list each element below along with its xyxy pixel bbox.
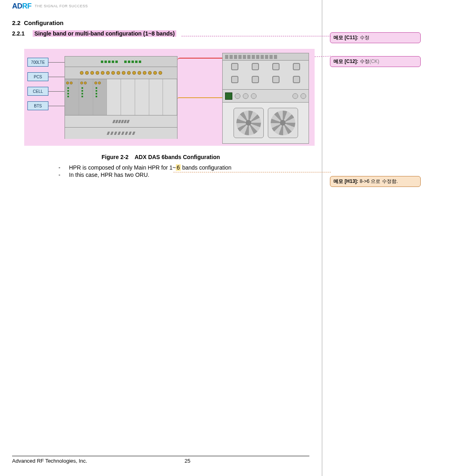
dash-icon: -	[58, 164, 62, 171]
rack-slot	[93, 79, 107, 115]
comment-text: 수정	[360, 59, 369, 64]
hpr-top-row	[223, 53, 309, 61]
subsection-title: Single band or multi-band configuration …	[33, 30, 176, 37]
comment-text: 수정	[360, 35, 369, 40]
comment-balloon-c11[interactable]: 메모 [C11]: 수정	[330, 32, 421, 43]
rack-slot-row	[65, 79, 177, 115]
footer-company: Advanced RF Technologies, Inc.	[12, 458, 184, 464]
highlight: 6	[176, 164, 181, 171]
band-label-group: 700LTE PCS CELL BTS	[27, 58, 48, 110]
footer-page-number: 25	[184, 458, 190, 464]
rack-slot-empty	[135, 79, 149, 115]
hpr-unit	[222, 53, 309, 144]
section-number: 2.2	[12, 19, 21, 26]
document-page: ADRF THE SIGNAL FOR SUCCESS 2.2 Configur…	[0, 0, 323, 476]
comment-leader-c11	[182, 36, 331, 36]
figure-caption-label: Figure 2-2	[102, 154, 129, 160]
rack-slot-empty	[149, 79, 163, 115]
figure-caption-text: ADX DAS 6bands Configuration	[135, 154, 220, 160]
list-item: - HPR is composed of only Main HPR for 1…	[58, 164, 309, 171]
page-header: ADRF THE SIGNAL FOR SUCCESS	[12, 0, 309, 12]
comment-balloon-c12[interactable]: 메모 [C12]: 수정(CK)	[330, 56, 421, 67]
page-footer: Advanced RF Technologies, Inc. 25	[12, 456, 309, 464]
rack-connector-row	[65, 67, 177, 79]
band-label-cell: CELL	[27, 87, 48, 96]
rack-bottom-panel	[65, 115, 177, 128]
rack-top-panel	[65, 57, 177, 67]
list-item: - In this case, HPR has two ORU.	[58, 172, 309, 178]
band-label-700lte: 700LTE	[27, 58, 48, 67]
figure-diagram: 700LTE PCS CELL BTS	[24, 49, 315, 146]
rack-slot-empty	[163, 79, 177, 115]
band-label-bts: BTS	[27, 101, 48, 110]
rack-slot-empty	[107, 79, 121, 115]
hpr-mid-panel	[223, 90, 309, 103]
figure-caption: Figure 2-2 ADX DAS 6bands Configuration	[12, 154, 309, 160]
comment-balloon-h13[interactable]: 메모 [H13]: 8->6 으로 수정함.	[330, 176, 421, 187]
rack-slot	[65, 79, 79, 115]
comment-leader-h13	[173, 172, 331, 172]
fan-icon	[268, 108, 298, 138]
comments-panel: 메모 [C11]: 수정 메모 [C12]: 수정(CK) 메모 [H13]: …	[323, 0, 457, 476]
rack-slot-empty	[121, 79, 135, 115]
bullet-list: - HPR is composed of only Main HPR for 1…	[58, 164, 309, 178]
rack-slot	[79, 79, 93, 115]
rack-bottom-panel-2	[65, 128, 177, 139]
fan-icon	[234, 108, 264, 138]
comment-label: 메모 [C11]:	[334, 35, 360, 40]
rack-chassis	[65, 56, 177, 139]
subsection-number: 2.2.1	[12, 30, 25, 37]
band-label-pcs: PCS	[27, 72, 48, 81]
logo: ADRF	[12, 2, 31, 10]
dash-icon: -	[58, 172, 62, 178]
list-item-text: In this case, HPR has two ORU.	[69, 172, 149, 178]
comment-text: 8->6 으로 수정함.	[360, 178, 398, 184]
comment-label: 메모 [H13]:	[334, 178, 360, 184]
logo-text-rf: RF	[22, 2, 31, 10]
list-item-text: HPR is composed of only Main HPR for 1~6…	[69, 164, 232, 171]
hpr-fan-row	[223, 103, 309, 143]
tagline: THE SIGNAL FOR SUCCESS	[35, 4, 88, 8]
spacer	[330, 80, 453, 176]
hpr-connector-grid	[223, 61, 309, 90]
section-title: Configuration	[24, 19, 63, 26]
logo-text-ad: AD	[12, 2, 22, 10]
comment-suffix: (CK)	[369, 59, 380, 64]
comment-label: 메모 [C12]:	[334, 59, 360, 64]
section-heading: 2.2 Configuration	[12, 19, 309, 26]
